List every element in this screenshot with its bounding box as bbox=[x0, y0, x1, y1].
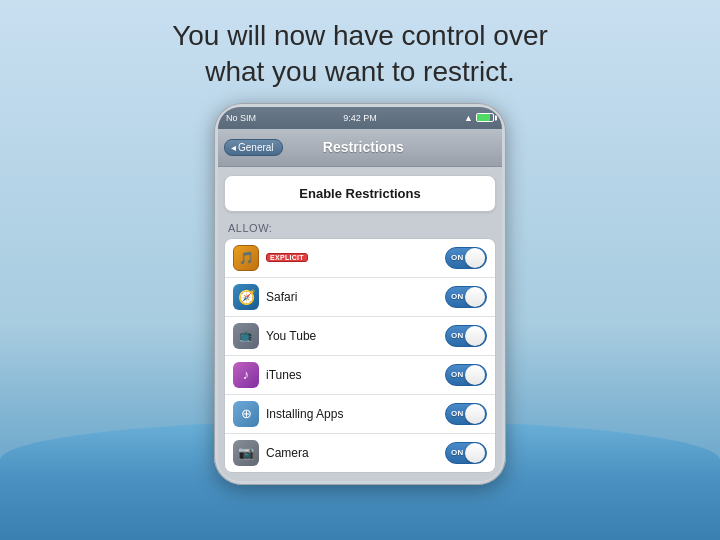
toggle-track: ON bbox=[445, 247, 487, 269]
time-label: 9:42 PM bbox=[343, 113, 377, 123]
status-right: ▲ bbox=[464, 113, 494, 123]
enable-restrictions-button[interactable]: Enable Restrictions bbox=[224, 175, 496, 212]
camera-icon: 📷 bbox=[233, 440, 259, 466]
back-chevron-icon: ◂ bbox=[231, 142, 236, 153]
item-content: Installing Apps bbox=[266, 407, 445, 421]
toggle-track: ON bbox=[445, 286, 487, 308]
wifi-icon: ▲ bbox=[464, 113, 473, 123]
item-content: EXPLICIT bbox=[266, 253, 445, 262]
toggle-track: ON bbox=[445, 364, 487, 386]
toggle-on-label: ON bbox=[451, 292, 464, 301]
item-label: Installing Apps bbox=[266, 407, 343, 421]
allow-section-label: Allow: bbox=[224, 222, 496, 238]
toggle-thumb bbox=[465, 443, 485, 463]
installing-apps-icon: ⊕ bbox=[233, 401, 259, 427]
battery-icon bbox=[476, 113, 494, 122]
installing-apps-toggle[interactable]: ON bbox=[445, 403, 487, 425]
item-label: iTunes bbox=[266, 368, 302, 382]
list-item: ♪ iTunes ON bbox=[225, 356, 495, 395]
carrier-label: No SIM bbox=[226, 113, 256, 123]
toggle-thumb bbox=[465, 248, 485, 268]
main-title: You will now have control over what you … bbox=[0, 0, 720, 103]
iphone-frame: No SIM 9:42 PM ▲ ◂ General Restrictions bbox=[214, 103, 506, 485]
explicit-badge: EXPLICIT bbox=[266, 253, 308, 262]
toggle-on-label: ON bbox=[451, 409, 464, 418]
toggle-thumb bbox=[465, 404, 485, 424]
item-label: You Tube bbox=[266, 329, 316, 343]
battery-fill bbox=[477, 114, 490, 121]
toggle-on-label: ON bbox=[451, 253, 464, 262]
enable-restrictions-label: Enable Restrictions bbox=[299, 186, 420, 201]
back-button[interactable]: ◂ General bbox=[224, 139, 283, 156]
youtube-toggle[interactable]: ON bbox=[445, 325, 487, 347]
toggle-track: ON bbox=[445, 403, 487, 425]
toggle-thumb bbox=[465, 326, 485, 346]
title-line1: You will now have control over bbox=[172, 20, 548, 51]
toggle-thumb bbox=[465, 365, 485, 385]
item-content: Safari bbox=[266, 290, 445, 304]
status-bar: No SIM 9:42 PM ▲ bbox=[218, 107, 502, 129]
toggle-on-label: ON bbox=[451, 331, 464, 340]
nav-bar: ◂ General Restrictions bbox=[218, 129, 502, 167]
toggle-thumb bbox=[465, 287, 485, 307]
item-content: Camera bbox=[266, 446, 445, 460]
explicit-toggle[interactable]: ON bbox=[445, 247, 487, 269]
toggle-track: ON bbox=[445, 325, 487, 347]
itunes-toggle[interactable]: ON bbox=[445, 364, 487, 386]
list-item: 🎵 EXPLICIT ON bbox=[225, 239, 495, 278]
youtube-icon: 📺 bbox=[233, 323, 259, 349]
list-item: 📷 Camera ON bbox=[225, 434, 495, 472]
restrictions-list: 🎵 EXPLICIT ON bbox=[224, 238, 496, 473]
title-line2: what you want to restrict. bbox=[205, 56, 515, 87]
item-label: Safari bbox=[266, 290, 297, 304]
toggle-on-label: ON bbox=[451, 370, 464, 379]
itunes-icon: ♪ bbox=[233, 362, 259, 388]
toggle-track: ON bbox=[445, 442, 487, 464]
camera-toggle[interactable]: ON bbox=[445, 442, 487, 464]
back-label: General bbox=[238, 142, 274, 153]
nav-title: Restrictions bbox=[283, 139, 444, 155]
explicit-icon: 🎵 bbox=[233, 245, 259, 271]
phone-container: No SIM 9:42 PM ▲ ◂ General Restrictions bbox=[0, 103, 720, 485]
toggle-on-label: ON bbox=[451, 448, 464, 457]
content-area: Enable Restrictions Allow: 🎵 EXPLICIT bbox=[218, 167, 502, 481]
list-item: ⊕ Installing Apps ON bbox=[225, 395, 495, 434]
item-content: iTunes bbox=[266, 368, 445, 382]
item-label: Camera bbox=[266, 446, 309, 460]
iphone-screen: No SIM 9:42 PM ▲ ◂ General Restrictions bbox=[218, 107, 502, 481]
safari-toggle[interactable]: ON bbox=[445, 286, 487, 308]
safari-icon: 🧭 bbox=[233, 284, 259, 310]
list-item: 🧭 Safari ON bbox=[225, 278, 495, 317]
list-item: 📺 You Tube ON bbox=[225, 317, 495, 356]
item-content: You Tube bbox=[266, 329, 445, 343]
